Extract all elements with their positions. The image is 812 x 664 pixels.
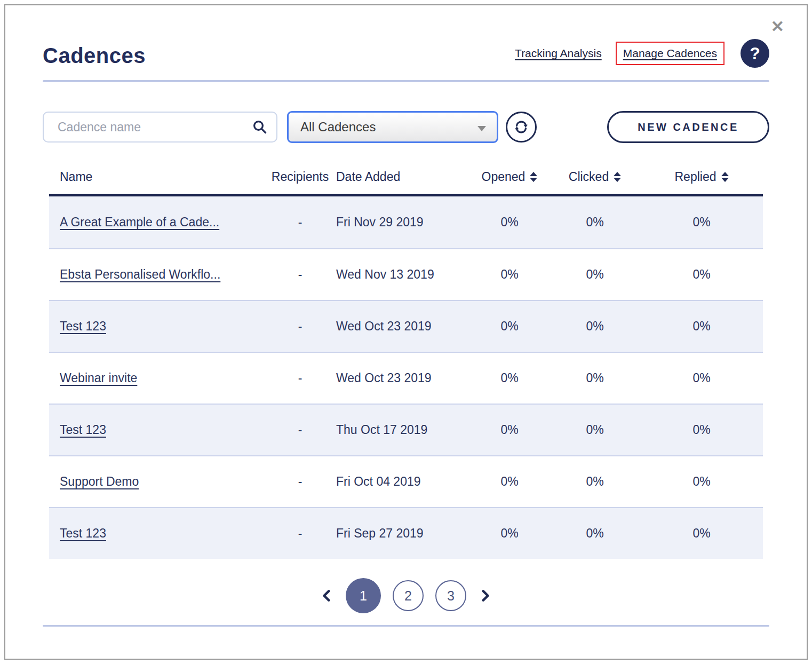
column-header-date-added: Date Added: [336, 170, 469, 184]
cadence-name-link[interactable]: Test 123: [60, 423, 106, 437]
pagination: 123: [43, 578, 769, 613]
cell-date-added: Fri Oct 04 2019: [336, 475, 469, 489]
column-header-clicked[interactable]: Clicked: [550, 170, 640, 184]
cell-clicked: 0%: [550, 423, 640, 437]
cadence-name-link[interactable]: Test 123: [60, 319, 106, 333]
cell-recipients: -: [264, 267, 336, 282]
table-row: Test 123-Fri Sep 27 20190%0%0%: [49, 507, 763, 559]
cell-replied: 0%: [640, 319, 763, 334]
cell-replied: 0%: [640, 475, 763, 489]
column-label: Opened: [482, 170, 526, 184]
column-header-opened[interactable]: Opened: [469, 170, 550, 184]
search-field-wrap: [43, 112, 277, 143]
cell-recipients: -: [264, 215, 336, 230]
cell-date-added: Thu Oct 17 2019: [336, 423, 469, 437]
sort-icon[interactable]: [530, 172, 537, 182]
cell-clicked: 0%: [550, 319, 640, 334]
header-actions: Tracking Analysis Manage Cadences ? ✕: [515, 39, 769, 68]
cell-clicked: 0%: [550, 267, 640, 282]
cell-replied: 0%: [640, 526, 763, 541]
cell-recipients: -: [264, 319, 336, 334]
table-header-row: NameRecipientsDate AddedOpenedClickedRep…: [49, 170, 763, 196]
cell-opened: 0%: [469, 475, 550, 489]
cadence-name-link[interactable]: A Great Example of a Cade...: [60, 215, 219, 229]
cadences-modal: Cadences Tracking Analysis Manage Cadenc…: [4, 4, 808, 660]
cell-recipients: -: [264, 423, 336, 437]
manage-cadences-highlight-box: Manage Cadences: [616, 42, 725, 65]
cadence-filter-select[interactable]: All Cadences: [287, 111, 498, 143]
modal-header: Cadences Tracking Analysis Manage Cadenc…: [43, 5, 769, 80]
cell-replied: 0%: [640, 267, 763, 282]
cell-clicked: 0%: [550, 475, 640, 489]
table-row: Test 123-Wed Oct 23 20190%0%0%: [49, 300, 763, 352]
cell-opened: 0%: [469, 215, 550, 230]
cell-recipients: -: [264, 475, 336, 489]
cell-date-added: Wed Oct 23 2019: [336, 371, 469, 385]
cell-replied: 0%: [640, 371, 763, 385]
sort-icon[interactable]: [614, 172, 621, 182]
cadences-table: NameRecipientsDate AddedOpenedClickedRep…: [49, 170, 763, 559]
cell-date-added: Fri Sep 27 2019: [336, 526, 469, 541]
column-label: Clicked: [569, 170, 609, 184]
column-label: Name: [60, 170, 92, 184]
chevron-left-icon[interactable]: [320, 588, 334, 604]
refresh-button[interactable]: [506, 112, 537, 143]
table-body: A Great Example of a Cade...-Fri Nov 29 …: [49, 196, 763, 559]
cadence-name-link[interactable]: Ebsta Personalised Workflo...: [60, 267, 220, 281]
cell-opened: 0%: [469, 423, 550, 437]
cadence-filter-value: All Cadences: [300, 120, 376, 135]
search-icon: [252, 119, 268, 135]
help-icon[interactable]: ?: [741, 39, 769, 68]
tracking-analysis-link[interactable]: Tracking Analysis: [515, 47, 602, 60]
cell-clicked: 0%: [550, 371, 640, 385]
table-row: Webinar invite-Wed Oct 23 20190%0%0%: [49, 352, 763, 404]
cell-replied: 0%: [640, 215, 763, 230]
column-label: Date Added: [336, 170, 400, 184]
page-title: Cadences: [43, 44, 146, 68]
cadence-name-link[interactable]: Test 123: [60, 526, 106, 540]
cell-opened: 0%: [469, 371, 550, 385]
refresh-icon: [513, 119, 529, 135]
table-row: Support Demo-Fri Oct 04 20190%0%0%: [49, 455, 763, 507]
chevron-down-icon: [477, 126, 486, 131]
cell-opened: 0%: [469, 267, 550, 282]
search-input[interactable]: [43, 112, 277, 143]
table-row: A Great Example of a Cade...-Fri Nov 29 …: [49, 196, 763, 248]
cell-recipients: -: [264, 526, 336, 541]
close-icon[interactable]: ✕: [771, 19, 784, 35]
cell-date-added: Wed Oct 23 2019: [336, 319, 469, 334]
page-button-3[interactable]: 3: [435, 580, 466, 611]
chevron-right-icon[interactable]: [478, 588, 492, 604]
column-header-name: Name: [49, 170, 264, 184]
toolbar: All Cadences NEW CADENCE: [43, 111, 769, 143]
footer-divider: [43, 625, 769, 627]
column-header-recipients: Recipients: [264, 170, 336, 184]
cell-replied: 0%: [640, 423, 763, 437]
cell-clicked: 0%: [550, 215, 640, 230]
header-divider: [43, 80, 769, 82]
cell-opened: 0%: [469, 526, 550, 541]
new-cadence-button[interactable]: NEW CADENCE: [607, 111, 769, 143]
cell-clicked: 0%: [550, 526, 640, 541]
cell-opened: 0%: [469, 319, 550, 334]
column-header-replied[interactable]: Replied: [640, 170, 763, 184]
table-row: Test 123-Thu Oct 17 20190%0%0%: [49, 404, 763, 455]
cell-date-added: Wed Nov 13 2019: [336, 267, 469, 282]
column-label: Recipients: [272, 170, 329, 184]
table-row: Ebsta Personalised Workflo...-Wed Nov 13…: [49, 248, 763, 300]
column-label: Replied: [675, 170, 717, 184]
page-button-2[interactable]: 2: [393, 580, 424, 611]
cell-recipients: -: [264, 371, 336, 385]
manage-cadences-link[interactable]: Manage Cadences: [623, 47, 717, 60]
cadence-name-link[interactable]: Support Demo: [60, 475, 139, 488]
page-button-1[interactable]: 1: [346, 578, 381, 613]
sort-icon[interactable]: [721, 172, 729, 182]
cell-date-added: Fri Nov 29 2019: [336, 215, 469, 230]
cadence-name-link[interactable]: Webinar invite: [60, 371, 137, 385]
